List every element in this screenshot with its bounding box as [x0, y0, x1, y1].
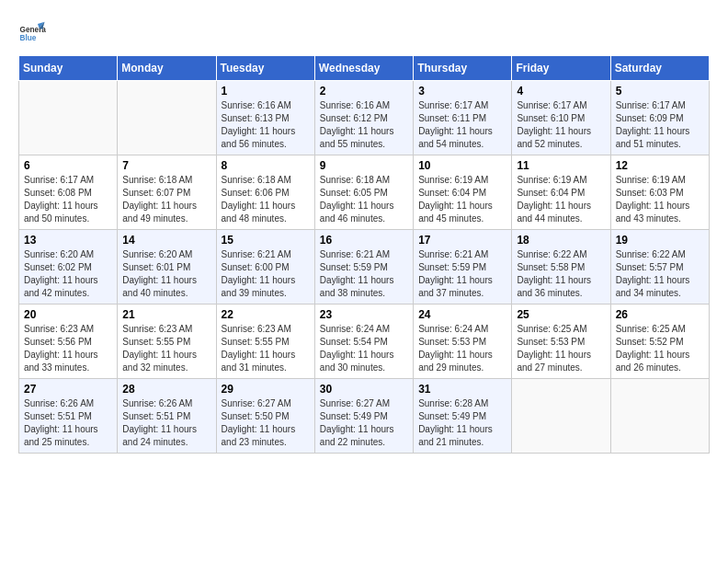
calendar-cell: 15Sunrise: 6:21 AMSunset: 6:00 PMDayligh… — [216, 230, 314, 304]
day-detail: Sunrise: 6:17 AMSunset: 6:10 PMDaylight:… — [517, 99, 605, 151]
column-header-saturday: Saturday — [610, 56, 709, 81]
calendar-week-row: 6Sunrise: 6:17 AMSunset: 6:08 PMDaylight… — [19, 155, 710, 230]
day-number: 28 — [122, 383, 210, 396]
day-detail: Sunrise: 6:21 AMSunset: 5:59 PMDaylight:… — [418, 248, 506, 300]
calendar-cell — [512, 379, 610, 454]
day-number: 3 — [418, 85, 506, 98]
day-detail: Sunrise: 6:18 AMSunset: 6:07 PMDaylight:… — [122, 174, 210, 225]
calendar-cell: 14Sunrise: 6:20 AMSunset: 6:01 PMDayligh… — [118, 230, 216, 304]
column-header-friday: Friday — [512, 56, 610, 81]
day-detail: Sunrise: 6:27 AMSunset: 5:50 PMDaylight:… — [222, 397, 310, 449]
calendar-week-row: 13Sunrise: 6:20 AMSunset: 6:02 PMDayligh… — [19, 230, 710, 304]
calendar-cell: 1Sunrise: 6:16 AMSunset: 6:13 PMDaylight… — [216, 81, 314, 155]
day-number: 27 — [24, 383, 112, 396]
calendar-cell: 24Sunrise: 6:24 AMSunset: 5:53 PMDayligh… — [414, 304, 512, 379]
calendar-cell: 3Sunrise: 6:17 AMSunset: 6:11 PMDaylight… — [414, 81, 512, 155]
day-detail: Sunrise: 6:18 AMSunset: 6:05 PMDaylight:… — [320, 174, 408, 225]
day-number: 9 — [320, 159, 408, 172]
calendar-week-row: 20Sunrise: 6:23 AMSunset: 5:56 PMDayligh… — [19, 304, 710, 379]
logo-icon: General Blue — [18, 18, 46, 46]
day-detail: Sunrise: 6:21 AMSunset: 5:59 PMDaylight:… — [320, 248, 408, 300]
day-detail: Sunrise: 6:19 AMSunset: 6:04 PMDaylight:… — [517, 174, 605, 225]
day-detail: Sunrise: 6:16 AMSunset: 6:12 PMDaylight:… — [320, 99, 408, 151]
calendar-cell — [19, 81, 118, 155]
day-number: 24 — [418, 308, 506, 321]
day-number: 21 — [122, 308, 210, 321]
calendar-cell: 20Sunrise: 6:23 AMSunset: 5:56 PMDayligh… — [19, 304, 118, 379]
day-detail: Sunrise: 6:19 AMSunset: 6:03 PMDaylight:… — [616, 174, 704, 225]
calendar-cell: 21Sunrise: 6:23 AMSunset: 5:55 PMDayligh… — [118, 304, 216, 379]
day-detail: Sunrise: 6:26 AMSunset: 5:51 PMDaylight:… — [122, 397, 210, 449]
day-detail: Sunrise: 6:23 AMSunset: 5:56 PMDaylight:… — [24, 323, 112, 374]
calendar-header-row: SundayMondayTuesdayWednesdayThursdayFrid… — [19, 56, 710, 81]
day-number: 6 — [24, 159, 112, 172]
calendar-cell — [118, 81, 216, 155]
calendar-cell: 18Sunrise: 6:22 AMSunset: 5:58 PMDayligh… — [512, 230, 610, 304]
calendar-cell: 2Sunrise: 6:16 AMSunset: 6:12 PMDaylight… — [314, 81, 413, 155]
day-number: 20 — [24, 308, 112, 321]
day-detail: Sunrise: 6:23 AMSunset: 5:55 PMDaylight:… — [122, 323, 210, 374]
calendar-cell: 9Sunrise: 6:18 AMSunset: 6:05 PMDaylight… — [314, 155, 413, 230]
day-number: 31 — [418, 383, 506, 396]
calendar-cell: 16Sunrise: 6:21 AMSunset: 5:59 PMDayligh… — [314, 230, 413, 304]
calendar-week-row: 27Sunrise: 6:26 AMSunset: 5:51 PMDayligh… — [19, 379, 710, 454]
day-number: 12 — [616, 159, 704, 172]
day-number: 7 — [122, 159, 210, 172]
day-detail: Sunrise: 6:24 AMSunset: 5:53 PMDaylight:… — [418, 323, 506, 374]
day-detail: Sunrise: 6:19 AMSunset: 6:04 PMDaylight:… — [418, 174, 506, 225]
day-detail: Sunrise: 6:17 AMSunset: 6:09 PMDaylight:… — [616, 99, 704, 151]
day-detail: Sunrise: 6:24 AMSunset: 5:54 PMDaylight:… — [320, 323, 408, 374]
calendar-cell: 7Sunrise: 6:18 AMSunset: 6:07 PMDaylight… — [118, 155, 216, 230]
day-number: 26 — [616, 308, 704, 321]
day-detail: Sunrise: 6:21 AMSunset: 6:00 PMDaylight:… — [222, 248, 310, 300]
calendar-cell: 5Sunrise: 6:17 AMSunset: 6:09 PMDaylight… — [610, 81, 709, 155]
calendar-cell: 30Sunrise: 6:27 AMSunset: 5:49 PMDayligh… — [314, 379, 413, 454]
column-header-thursday: Thursday — [414, 56, 512, 81]
calendar-cell: 29Sunrise: 6:27 AMSunset: 5:50 PMDayligh… — [216, 379, 314, 454]
day-detail: Sunrise: 6:25 AMSunset: 5:52 PMDaylight:… — [616, 323, 704, 374]
calendar-cell: 4Sunrise: 6:17 AMSunset: 6:10 PMDaylight… — [512, 81, 610, 155]
column-header-monday: Monday — [118, 56, 216, 81]
calendar-cell: 6Sunrise: 6:17 AMSunset: 6:08 PMDaylight… — [19, 155, 118, 230]
day-detail: Sunrise: 6:20 AMSunset: 6:01 PMDaylight:… — [122, 248, 210, 300]
day-number: 4 — [517, 85, 605, 98]
day-detail: Sunrise: 6:26 AMSunset: 5:51 PMDaylight:… — [24, 397, 112, 449]
day-number: 2 — [320, 85, 408, 98]
day-detail: Sunrise: 6:25 AMSunset: 5:53 PMDaylight:… — [517, 323, 605, 374]
day-detail: Sunrise: 6:22 AMSunset: 5:58 PMDaylight:… — [517, 248, 605, 300]
calendar-cell: 25Sunrise: 6:25 AMSunset: 5:53 PMDayligh… — [512, 304, 610, 379]
day-number: 30 — [320, 383, 408, 396]
day-detail: Sunrise: 6:20 AMSunset: 6:02 PMDaylight:… — [24, 248, 112, 300]
day-detail: Sunrise: 6:17 AMSunset: 6:08 PMDaylight:… — [24, 174, 112, 225]
day-detail: Sunrise: 6:22 AMSunset: 5:57 PMDaylight:… — [616, 248, 704, 300]
calendar-cell: 26Sunrise: 6:25 AMSunset: 5:52 PMDayligh… — [610, 304, 709, 379]
day-detail: Sunrise: 6:27 AMSunset: 5:49 PMDaylight:… — [320, 397, 408, 449]
day-number: 17 — [418, 234, 506, 247]
calendar-cell: 10Sunrise: 6:19 AMSunset: 6:04 PMDayligh… — [414, 155, 512, 230]
calendar-cell: 8Sunrise: 6:18 AMSunset: 6:06 PMDaylight… — [216, 155, 314, 230]
day-number: 29 — [222, 383, 310, 396]
day-number: 18 — [517, 234, 605, 247]
day-number: 8 — [222, 159, 310, 172]
day-number: 15 — [222, 234, 310, 247]
day-number: 14 — [122, 234, 210, 247]
calendar-table: SundayMondayTuesdayWednesdayThursdayFrid… — [18, 55, 710, 454]
column-header-tuesday: Tuesday — [216, 56, 314, 81]
day-number: 19 — [616, 234, 704, 247]
day-number: 1 — [222, 85, 310, 98]
calendar-cell: 28Sunrise: 6:26 AMSunset: 5:51 PMDayligh… — [118, 379, 216, 454]
calendar-cell: 12Sunrise: 6:19 AMSunset: 6:03 PMDayligh… — [610, 155, 709, 230]
column-header-sunday: Sunday — [19, 56, 118, 81]
calendar-cell — [610, 379, 709, 454]
calendar-cell: 19Sunrise: 6:22 AMSunset: 5:57 PMDayligh… — [610, 230, 709, 304]
calendar-cell: 31Sunrise: 6:28 AMSunset: 5:49 PMDayligh… — [414, 379, 512, 454]
calendar-cell: 13Sunrise: 6:20 AMSunset: 6:02 PMDayligh… — [19, 230, 118, 304]
day-number: 25 — [517, 308, 605, 321]
day-number: 5 — [616, 85, 704, 98]
calendar-cell: 27Sunrise: 6:26 AMSunset: 5:51 PMDayligh… — [19, 379, 118, 454]
calendar-week-row: 1Sunrise: 6:16 AMSunset: 6:13 PMDaylight… — [19, 81, 710, 155]
column-header-wednesday: Wednesday — [314, 56, 413, 81]
day-detail: Sunrise: 6:16 AMSunset: 6:13 PMDaylight:… — [222, 99, 310, 151]
day-number: 13 — [24, 234, 112, 247]
svg-text:Blue: Blue — [20, 34, 37, 42]
